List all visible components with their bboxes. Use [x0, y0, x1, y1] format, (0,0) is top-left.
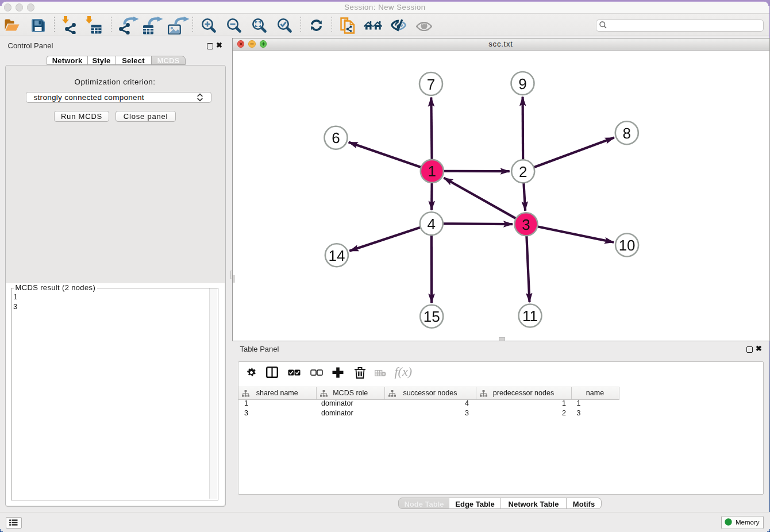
svg-text:9: 9 — [518, 75, 526, 92]
svg-text:2: 2 — [518, 163, 526, 180]
svg-text:11: 11 — [522, 307, 538, 325]
svg-text:1: 1 — [428, 163, 436, 180]
svg-text:15: 15 — [423, 308, 440, 325]
svg-text:8: 8 — [622, 124, 630, 141]
svg-text:4: 4 — [427, 215, 435, 232]
svg-text:6: 6 — [332, 129, 340, 147]
svg-text:10: 10 — [618, 237, 635, 254]
svg-text:3: 3 — [522, 215, 530, 233]
svg-text:7: 7 — [426, 75, 434, 92]
svg-text:14: 14 — [328, 246, 345, 264]
